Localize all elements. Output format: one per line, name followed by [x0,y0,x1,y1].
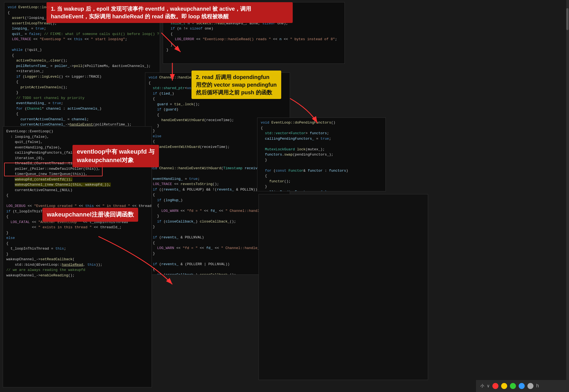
scrollbar-thumb[interactable] [566,8,568,30]
color-yellow[interactable] [501,383,507,389]
color-red[interactable] [492,383,498,389]
annotation-2: 2. read 后调用 dopendingfun用空的 vector swap … [191,71,281,99]
color-gray[interactable] [527,383,533,389]
more-options[interactable]: h [536,383,539,389]
color-green[interactable] [510,383,516,389]
annotation-1: 1. 当 wakeup 后，epoll 发现可读事件 eventfd，wakeu… [47,2,293,23]
arrow-4 [96,234,178,288]
annotation-1-text: 1. 当 wakeup 后，epoll 发现可读事件 eventfd，wakeu… [51,6,251,19]
arrow-2 [161,62,183,83]
scrollbar[interactable] [566,0,569,380]
annotation-2-text: 2. read 后调用 dopendingfun用空的 vector swap … [196,74,277,95]
chevron-down-icon[interactable]: ∨ [487,383,490,389]
right-code-panel: void EventLoop::doPendingFunctors() { st… [257,118,386,191]
color-blue[interactable] [519,383,525,389]
arrow-3 [287,96,320,126]
annotation-4: wakeupchannel注册读回调函数 [42,208,138,222]
annotation-4-text: wakeupchannel注册读回调函数 [47,211,134,218]
bottom-right-code-panel [259,194,428,380]
right-code: void EventLoop::doPendingFunctors() { st… [261,120,382,191]
annotation-3-text: eventloop中有 wakeupfd 与wakeupchannel对象 [77,148,155,163]
bottom-bar-size-label: 小 [480,384,484,388]
arrow-1 [159,27,183,55]
annotation-3: eventloop中有 wakeupfd 与wakeupchannel对象 [72,145,159,167]
bottom-toolbar: 小 ∨ h [476,380,569,392]
